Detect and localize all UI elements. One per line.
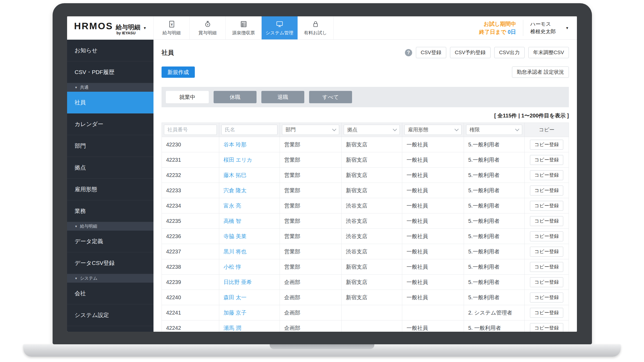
sidebar-section-common: ▼ 共通 [67,83,153,92]
department-cell: 営業部 [280,183,342,198]
department-cell: 企画部 [280,290,342,305]
tab-employed[interactable]: 就業中 [166,91,209,103]
trial-period-label: お試し期間中 [479,20,516,28]
sidebar-item-company[interactable]: 会社 [67,283,153,304]
app-window: HRMOS 給与明細 ▼ by IEYASU ¥ [67,16,577,332]
department-filter-select[interactable]: 部門 [282,125,339,135]
nav-tab-label: システム管理 [266,30,294,36]
sidebar-item-locations[interactable]: 拠点 [67,157,153,179]
employee-name-link[interactable]: 藤木 拓巳 [224,172,247,178]
nav-tab-withholding-slip[interactable]: 源泉徴収票 [226,16,262,39]
employee-row: 42242 瀬馬 潤 企画部 一般社員 5. 一般利用者 コピー登録 [162,320,569,332]
department-cell: 営業部 [280,137,342,152]
employee-name-link[interactable]: 黒川 将也 [224,249,247,254]
employee-name-link[interactable]: 小松 惇 [224,264,241,270]
sidebar-item-employees[interactable]: 社員 [67,92,153,113]
employee-number-filter-input[interactable] [164,125,217,135]
svg-text:¥: ¥ [170,22,173,26]
nav-tab-payslip[interactable]: ¥ 給与明細 [154,16,190,39]
location-cell: 渋谷支店 [342,198,402,213]
copy-register-button[interactable]: コピー登録 [530,201,564,211]
copy-register-button[interactable]: コピー登録 [530,231,564,241]
sidebar-item-system-settings[interactable]: システム設定 [67,304,153,326]
chevron-down-icon [332,127,336,131]
sidebar-item-notices[interactable]: お知らせ [67,40,153,61]
logo-product-text: 給与明細 [116,23,140,31]
tab-retired[interactable]: 退職 [261,91,304,103]
employee-name-link[interactable]: 高橋 智 [224,218,241,224]
employee-number-cell: 42231 [162,152,219,168]
copy-register-button[interactable]: コピー登録 [530,155,564,165]
employee-name-link[interactable]: 寺脇 美菜 [224,233,247,239]
tab-all[interactable]: すべて [309,91,352,103]
action-row: 新規作成 勤怠承認者 設定状況 [162,67,569,78]
csv-export-button[interactable]: CSV出力 [494,47,525,58]
copy-register-button[interactable]: コピー登録 [530,170,564,180]
employee-name-link[interactable]: 宍倉 隆太 [224,187,247,193]
employment-type-cell: 一般社員 [402,152,464,168]
employee-number-cell: 42232 [162,168,219,183]
permission-cell: 5.一般利用者 [464,213,525,229]
sidebar-item-data-csv-register[interactable]: データCSV登録 [67,252,153,274]
employment-type-cell: 一般社員 [402,259,464,275]
csv-schedule-register-button[interactable]: CSV予約登録 [450,47,491,58]
location-cell: 新宿支店 [342,137,402,152]
employee-number-cell: 42239 [162,275,219,290]
nav-tab-system-admin[interactable]: システム管理 [262,16,298,39]
permission-cell: 5.一般利用者 [464,259,525,275]
nav-tab-label: 有料お試し [304,30,327,36]
help-icon[interactable]: ? [405,49,412,56]
sidebar-item-duties[interactable]: 業務 [67,200,153,222]
create-new-button[interactable]: 新規作成 [162,67,195,78]
copy-register-button[interactable]: コピー登録 [530,216,564,226]
sidebar-item-plan-settings[interactable]: プラン設定 [67,326,153,332]
chevron-down-icon [455,127,459,131]
permission-cell: 5.一般利用者 [464,168,525,183]
employee-name-link[interactable]: 加藤 京子 [224,310,247,316]
copy-register-button[interactable]: コピー登録 [530,247,564,257]
account-menu[interactable]: ハーモス 椎根史太郎 ▼ [523,20,577,36]
name-filter-input[interactable] [221,125,277,135]
page-head-actions: ? CSV登録 CSV予約登録 CSV出力 年末調整CSV [405,47,569,58]
employee-name-link[interactable]: 森田 太一 [224,294,247,300]
header-nav: ¥ 給与明細 ¥ 賞与明細 [153,16,334,39]
app-body: お知らせ CSV・PDF履歴 ▼ 共通 社員 カレンダー 部門 拠点 雇用形態 … [67,40,577,332]
sidebar-item-departments[interactable]: 部門 [67,135,153,157]
sidebar-item-employment-types[interactable]: 雇用形態 [67,179,153,200]
brand-logo[interactable]: HRMOS 給与明細 ▼ by IEYASU [67,16,153,39]
location-filter-select[interactable]: 拠点 [344,125,400,135]
employment-type-cell: 一般社員 [402,137,464,152]
department-cell: 営業部 [280,168,342,183]
employee-name-link[interactable]: 瀬馬 潤 [224,325,241,331]
location-cell: 新宿支店 [342,168,402,183]
sidebar-item-calendar[interactable]: カレンダー [67,113,153,135]
employee-name-link[interactable]: 日比野 亜希 [224,279,252,285]
csv-register-button[interactable]: CSV登録 [416,47,446,58]
department-cell: 営業部 [280,198,342,213]
copy-register-button[interactable]: コピー登録 [530,262,564,272]
tab-leave[interactable]: 休職 [214,91,257,103]
employee-row: 42230 谷本 玲那 営業部 新宿支店 一般社員 5.一般利用者 コピー登録 [162,137,569,152]
copy-register-button[interactable]: コピー登録 [530,186,564,195]
copy-register-button[interactable]: コピー登録 [530,323,564,332]
copy-register-button[interactable]: コピー登録 [530,277,564,287]
copy-register-button[interactable]: コピー登録 [530,293,564,302]
sidebar-item-csv-pdf-history[interactable]: CSV・PDF履歴 [67,61,153,83]
page-title: 社員 [162,49,174,57]
nav-tab-bonus[interactable]: ¥ 賞与明細 [190,16,226,39]
copy-register-button[interactable]: コピー登録 [530,140,564,150]
employment-type-cell: 一般社員 [402,290,464,305]
employee-name-link[interactable]: 富永 亮 [224,203,241,209]
employee-row: 42234 富永 亮 営業部 渋谷支店 一般社員 5.一般利用者 コピー登録 [162,198,569,213]
copy-register-button[interactable]: コピー登録 [530,308,564,318]
employee-name-link[interactable]: 桜田 エリカ [224,157,252,163]
employee-name-link[interactable]: 谷本 玲那 [224,142,247,147]
attendance-approver-status-button[interactable]: 勤怠承認者 設定状況 [512,67,569,78]
permission-filter-select[interactable]: 権限 [466,125,522,135]
employee-row: 42232 藤木 拓巳 営業部 新宿支店 一般社員 5.一般利用者 コピー登録 [162,168,569,183]
employment-type-filter-select[interactable]: 雇用形態 [404,125,462,135]
year-end-adjustment-csv-button[interactable]: 年末調整CSV [528,47,569,58]
sidebar-item-data-definition[interactable]: データ定義 [67,231,153,252]
employee-row: 42236 寺脇 美菜 営業部 渋谷支店 一般社員 5.一般利用者 コピー登録 [162,229,569,244]
nav-tab-paid-trial[interactable]: 有料お試し [298,16,334,39]
